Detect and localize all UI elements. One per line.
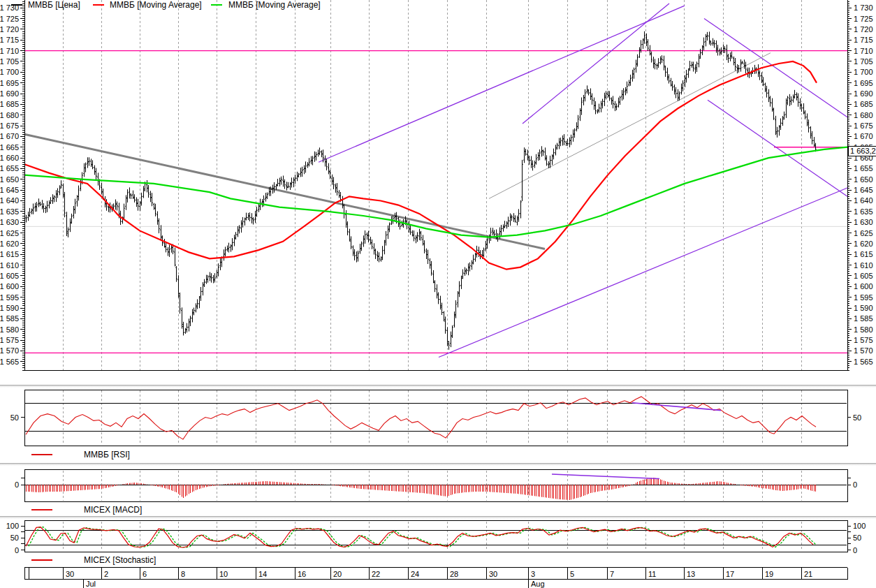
x-axis-day-label: 11 bbox=[648, 570, 656, 578]
price-trendlines bbox=[24, 3, 847, 358]
y-axis-label: 1 700 bbox=[0, 68, 19, 76]
y-axis-label: 1 615 bbox=[854, 250, 873, 258]
y-axis-label: 1 650 bbox=[854, 175, 873, 184]
y-axis-label: 1 705 bbox=[0, 57, 19, 66]
y-axis-label: 1 630 bbox=[0, 218, 19, 226]
y-axis-label: 1 635 bbox=[854, 207, 873, 216]
legend-label: ММВБ [Moving Average] bbox=[228, 0, 321, 10]
panel-separator bbox=[0, 385, 876, 388]
x-axis-day-label: 17 bbox=[726, 570, 734, 578]
y-axis-label: 1 575 bbox=[0, 336, 19, 344]
y-axis-label: 1 685 bbox=[854, 100, 873, 108]
stochastic-panel: 100100505000 bbox=[6, 521, 866, 554]
y-axis-label: 1 625 bbox=[0, 229, 19, 237]
y-axis-label: 1 675 bbox=[854, 122, 873, 130]
x-axis-day-label: 19 bbox=[765, 570, 773, 578]
legend-label: MICEX [Stochastic] bbox=[84, 555, 156, 565]
legend-label: ММВБ [RSI] bbox=[84, 450, 130, 460]
rsi-line-swatch bbox=[31, 454, 52, 455]
y-axis-label: 1 685 bbox=[0, 100, 19, 108]
y-axis-label: 1 695 bbox=[854, 79, 873, 87]
y-axis-label: 1 720 bbox=[854, 25, 873, 34]
y-axis-label: 1 700 bbox=[854, 68, 873, 76]
y-axis-label: 0 bbox=[15, 546, 19, 554]
legend-stochastic: MICEX [Stochastic] bbox=[0, 555, 279, 565]
y-axis-label: 1 630 bbox=[854, 218, 873, 226]
y-axis-label: 50 bbox=[853, 534, 861, 542]
y-axis-label: 1 650 bbox=[0, 175, 19, 184]
moving-averages bbox=[24, 61, 847, 270]
panel-separator bbox=[0, 516, 876, 519]
macd-panel: 00 bbox=[15, 470, 857, 502]
chart-svg[interactable]: 1 5651 5651 5701 5701 5751 5751 5801 580… bbox=[0, 0, 876, 588]
y-axis-label: 1 705 bbox=[854, 57, 873, 66]
x-axis-day-label: 6 bbox=[143, 570, 147, 578]
y-axis-label: 1 565 bbox=[854, 358, 873, 366]
y-axis-label: 1 565 bbox=[0, 358, 19, 366]
rsi-panel: 5050 bbox=[10, 390, 862, 446]
y-axis-label: 1 660 bbox=[0, 154, 19, 162]
last-price-label: 1 663,2 bbox=[850, 147, 876, 155]
price-axis: 1 5651 5651 5701 5701 5751 5751 5801 580… bbox=[0, 0, 873, 371]
x-axis-day-label: 16 bbox=[298, 570, 306, 578]
y-axis-label: 1 655 bbox=[854, 164, 873, 172]
y-axis-label: 1 610 bbox=[0, 261, 19, 270]
price-bars bbox=[25, 31, 817, 350]
price-line-swatch bbox=[11, 4, 22, 6]
y-axis-label: 1 625 bbox=[854, 229, 873, 237]
x-axis-month-label: Aug bbox=[531, 580, 545, 588]
y-axis-label: 1 720 bbox=[0, 25, 19, 34]
y-axis-label: 1 610 bbox=[854, 261, 873, 270]
y-axis-label: 1 645 bbox=[0, 186, 19, 194]
y-axis-label: 1 690 bbox=[854, 89, 873, 98]
y-axis-label: 1 615 bbox=[0, 250, 19, 258]
y-axis-label: 1 635 bbox=[0, 207, 19, 216]
legend-macd: MICEX [MACD] bbox=[0, 505, 279, 515]
x-axis-day-label: 7 bbox=[610, 570, 614, 578]
y-axis-label: 1 640 bbox=[0, 196, 19, 205]
price-grid bbox=[64, 0, 802, 370]
legend-main: ММВБ [Цена] ММВБ [Moving Average] ММВБ [… bbox=[0, 0, 876, 11]
y-axis-label: 1 605 bbox=[0, 272, 19, 280]
x-axis-day-label: 3 bbox=[531, 570, 535, 578]
horizontal-levels bbox=[24, 51, 847, 353]
legend-rsi: ММВБ [RSI] bbox=[0, 450, 279, 460]
ma-fast-swatch bbox=[93, 4, 104, 6]
y-axis-label: 1 670 bbox=[854, 132, 873, 140]
x-axis-day-label: 30 bbox=[66, 570, 74, 578]
y-axis-label: 1 570 bbox=[0, 346, 19, 355]
y-axis-label: 1 590 bbox=[854, 304, 873, 312]
y-axis-label: 1 680 bbox=[854, 111, 873, 119]
y-axis-label: 1 640 bbox=[854, 196, 873, 205]
y-axis-label: 1 620 bbox=[854, 240, 873, 248]
y-axis-label: 1 655 bbox=[0, 164, 19, 172]
charting-workspace: 1 5651 5651 5701 5701 5751 5751 5801 580… bbox=[0, 0, 876, 588]
y-axis-label: 1 715 bbox=[0, 36, 19, 44]
ma-slow-swatch bbox=[211, 4, 222, 6]
y-axis-label: 1 595 bbox=[854, 293, 873, 302]
y-axis-label: 1 725 bbox=[0, 15, 19, 23]
macd-line-swatch bbox=[31, 509, 52, 510]
y-axis-label: 1 570 bbox=[854, 346, 873, 355]
x-axis-day-label: 30 bbox=[489, 570, 497, 578]
y-axis-label: 0 bbox=[15, 480, 19, 489]
y-axis-label: 1 600 bbox=[0, 282, 19, 291]
y-axis-label: 1 585 bbox=[854, 314, 873, 323]
y-axis-label: 1 695 bbox=[0, 79, 19, 87]
x-axis-day-label: 24 bbox=[411, 570, 419, 578]
y-axis-label: 1 575 bbox=[854, 336, 873, 344]
x-axis-day-label: 2 bbox=[104, 570, 108, 578]
legend-label: ММВБ [Moving Average] bbox=[110, 0, 202, 10]
x-axis-day-label: 14 bbox=[258, 570, 267, 578]
x-axis-day-label: 13 bbox=[687, 570, 695, 578]
y-axis-label: 50 bbox=[10, 534, 19, 542]
y-axis-label: 1 675 bbox=[0, 122, 19, 130]
y-axis-label: 50 bbox=[10, 413, 19, 422]
panel-separator bbox=[0, 463, 876, 466]
y-axis-label: 1 710 bbox=[854, 47, 873, 55]
y-axis-label: 1 690 bbox=[0, 89, 19, 98]
legend-label: ММВБ [Цена] bbox=[28, 0, 80, 10]
y-axis-label: 1 580 bbox=[0, 325, 19, 334]
y-axis-label: 1 600 bbox=[854, 282, 873, 291]
date-axis: 3026810141620222428303571113171921JulAug bbox=[24, 568, 848, 588]
